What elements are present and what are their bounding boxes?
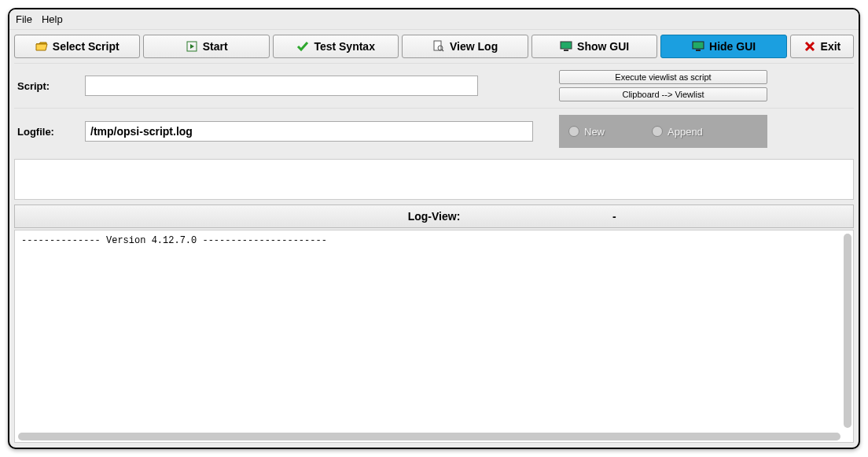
script-input[interactable] [85, 76, 478, 96]
radio-append-label: Append [668, 126, 703, 138]
horizontal-scrollbar[interactable] [18, 433, 840, 440]
log-view-header: Log-View: - [14, 205, 854, 228]
close-icon [804, 40, 816, 53]
radio-icon [652, 126, 663, 137]
log-view-dash: - [612, 210, 616, 223]
folder-open-icon [35, 40, 48, 53]
log-mode-panel: New Append [559, 115, 767, 148]
svg-rect-6 [693, 42, 704, 49]
svg-line-3 [442, 50, 443, 51]
check-icon [296, 40, 309, 53]
select-script-label: Select Script [53, 40, 120, 53]
toolbar: Select Script Start Test Syntax View Log… [9, 30, 859, 63]
start-label: Start [203, 40, 228, 53]
monitor-icon [692, 40, 704, 53]
view-log-label: View Log [450, 40, 498, 53]
svg-rect-4 [561, 42, 572, 49]
radio-icon [568, 126, 579, 137]
test-syntax-label: Test Syntax [314, 40, 375, 53]
svg-rect-7 [696, 50, 701, 51]
svg-rect-5 [564, 50, 568, 51]
logfile-row: Logfile: New Append [14, 108, 854, 154]
log-content: -------------- Version 4.12.7.0 --------… [15, 230, 853, 251]
hide-gui-button[interactable]: Hide GUI [660, 35, 786, 58]
radio-new-label: New [584, 126, 605, 138]
radio-append[interactable]: Append [652, 126, 703, 138]
script-row: Script: Execute viewlist as script Clipb… [14, 63, 854, 108]
script-label: Script: [14, 80, 85, 92]
view-log-button[interactable]: View Log [402, 35, 528, 58]
menu-help[interactable]: Help [42, 13, 63, 25]
play-icon [186, 40, 198, 53]
viewlist-buttons: Execute viewlist as script Clipboard -->… [559, 70, 767, 101]
exit-button[interactable]: Exit [790, 35, 854, 58]
monitor-icon [560, 40, 572, 53]
test-syntax-button[interactable]: Test Syntax [273, 35, 399, 58]
start-button[interactable]: Start [143, 35, 269, 58]
form-area: Script: Execute viewlist as script Clipb… [9, 63, 859, 154]
logfile-input[interactable] [85, 121, 533, 142]
show-gui-label: Show GUI [577, 40, 629, 53]
vertical-scrollbar[interactable] [844, 234, 851, 428]
document-search-icon [432, 40, 445, 53]
clipboard-viewlist-button[interactable]: Clipboard --> Viewlist [559, 87, 767, 101]
execute-viewlist-button[interactable]: Execute viewlist as script [559, 70, 767, 84]
menu-file[interactable]: File [16, 13, 32, 25]
application-window: File Help Select Script Start Test Synta… [8, 8, 860, 449]
show-gui-button[interactable]: Show GUI [531, 35, 657, 58]
log-view-body: -------------- Version 4.12.7.0 --------… [14, 230, 854, 443]
logfile-label: Logfile: [14, 126, 85, 138]
hide-gui-label: Hide GUI [709, 40, 756, 53]
menubar: File Help [9, 9, 859, 30]
radio-new[interactable]: New [568, 126, 605, 138]
spacer-panel [14, 159, 854, 200]
exit-label: Exit [821, 40, 841, 53]
log-view-title: Log-View: [408, 210, 461, 223]
select-script-button[interactable]: Select Script [14, 35, 140, 58]
